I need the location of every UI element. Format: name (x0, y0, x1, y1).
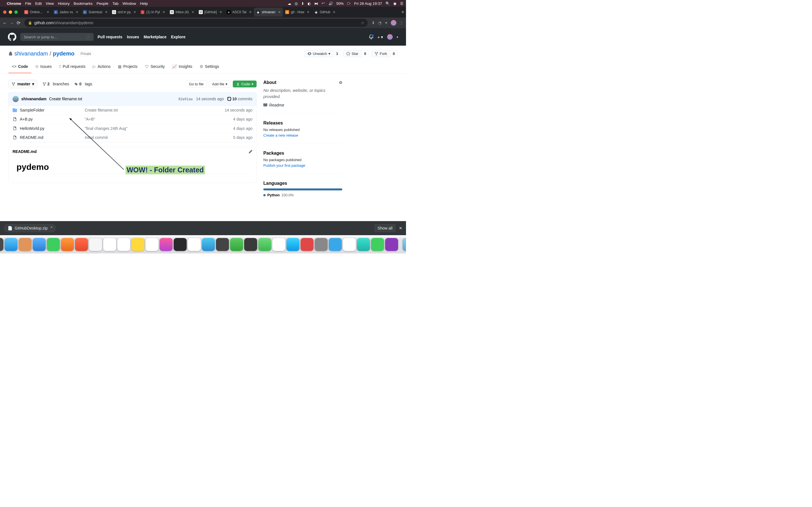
tab-close-icon[interactable]: ✕ (307, 10, 310, 14)
watch-count[interactable]: 1 (334, 50, 341, 57)
tab-close-icon[interactable]: ✕ (75, 10, 79, 14)
close-download-bar-icon[interactable]: ✕ (399, 226, 402, 231)
tab-close-icon[interactable]: ✕ (192, 10, 194, 14)
browser-tab[interactable]: ≡git - How✕ (283, 8, 312, 17)
maximize-window-button[interactable] (14, 10, 18, 14)
browser-tab[interactable]: Gord in py✕ (110, 8, 139, 17)
minimize-window-button[interactable] (9, 10, 12, 14)
dock-tv-icon[interactable] (174, 238, 187, 251)
dock-onenote-icon[interactable] (385, 238, 398, 251)
nav-marketplace[interactable]: Marketplace (144, 35, 167, 39)
github-search-input[interactable]: Search or jump to... / (20, 33, 94, 41)
file-name-link[interactable]: HelloWorld.py (20, 126, 45, 131)
dock-launchpad-icon[interactable] (0, 238, 3, 251)
file-commit-msg[interactable]: Initial commit (85, 135, 234, 140)
nav-issues[interactable]: Issues (127, 35, 139, 39)
extensions-puzzle-icon[interactable]: ✦ (385, 20, 388, 25)
dock-app-icon[interactable] (343, 238, 356, 251)
back-button[interactable]: ← (3, 20, 7, 25)
menu-view[interactable]: View (46, 1, 54, 6)
dock-safari-icon[interactable] (4, 238, 17, 251)
repo-owner-link[interactable]: shivanandam (14, 50, 48, 57)
add-file-button[interactable]: Add file ▾ (209, 80, 231, 88)
tab-close-icon[interactable]: ✕ (105, 10, 108, 14)
browser-tab[interactable]: ≡Jadoo vs✕ (52, 8, 81, 17)
dock-app-icon[interactable] (272, 238, 285, 251)
user-menu-caret-icon[interactable]: ▾ (397, 35, 398, 39)
tab-close-icon[interactable]: ✕ (219, 10, 222, 14)
dock-facetime-icon[interactable] (230, 238, 243, 251)
repo-tab-insights[interactable]: 📈Insights (168, 62, 196, 73)
language-item[interactable]: Python 100.0% (263, 193, 342, 198)
menu-help[interactable]: Help (140, 1, 148, 6)
publish-package-link[interactable]: Publish your first package (263, 163, 342, 168)
app-name[interactable]: Chrome (7, 1, 21, 6)
file-commit-msg[interactable]: Create filename.txt (85, 108, 225, 112)
dock-app-icon[interactable] (258, 238, 271, 251)
repo-tab-security[interactable]: 🛡Security (142, 62, 168, 73)
menu-edit[interactable]: Edit (35, 1, 42, 6)
repo-tab-projects[interactable]: ▦Projects (114, 62, 141, 73)
repo-tab-actions[interactable]: ▷Actions (89, 62, 114, 73)
browser-tab[interactable]: ≡Submissi✕ (81, 8, 110, 17)
branch-select-button[interactable]: master ▾ (8, 80, 37, 89)
tab-close-icon[interactable]: ✕ (278, 10, 281, 14)
code-download-button[interactable]: Code ▾ (233, 80, 257, 88)
menu-bookmarks[interactable]: Bookmarks (73, 1, 93, 6)
dock-app-icon[interactable] (89, 238, 102, 251)
dock-terminal-icon[interactable] (216, 238, 229, 251)
dock-app-icon[interactable] (61, 238, 74, 251)
extension-icon[interactable]: ◔ (378, 20, 382, 25)
branches-link[interactable]: 2 branches (42, 82, 69, 86)
dock-mail-icon[interactable] (33, 238, 46, 251)
watch-button[interactable]: Unwatch ▾ (304, 50, 334, 57)
dock-app-icon[interactable] (357, 238, 370, 251)
file-name-link[interactable]: README.md (20, 135, 43, 140)
dock-twitter-icon[interactable] (329, 238, 342, 251)
file-commit-msg[interactable]: "final changes 24th Aug" (85, 126, 234, 131)
menu-window[interactable]: Window (122, 1, 136, 6)
file-name-link[interactable]: A+B.py (20, 117, 33, 122)
dock-calendar-icon[interactable] (103, 238, 116, 251)
star-button[interactable]: Star (343, 50, 362, 57)
menu-history[interactable]: History (58, 1, 70, 6)
siri-icon[interactable]: ◉ (393, 1, 397, 6)
show-all-downloads-button[interactable]: Show all (375, 224, 396, 232)
commit-author-avatar[interactable] (13, 96, 19, 102)
readme-link[interactable]: Readme (263, 103, 342, 107)
bluetooth-icon[interactable]: ⧓ (314, 1, 318, 6)
commits-count-link[interactable]: 10 commits (227, 97, 252, 101)
edit-readme-icon[interactable] (249, 150, 253, 154)
dock-notes-icon[interactable] (132, 238, 144, 251)
browser-tab[interactable]: MInbox (4)✕ (167, 8, 196, 17)
readme-filename[interactable]: README.md (13, 150, 37, 154)
menu-file[interactable]: File (25, 1, 31, 6)
new-tab-button[interactable]: + (401, 9, 404, 15)
browser-tab[interactable]: ◉GitHub✕ (312, 8, 338, 17)
notifications-icon[interactable] (369, 35, 373, 39)
tags-link[interactable]: 0 tags (74, 82, 92, 86)
tab-close-icon[interactable]: ✕ (162, 10, 165, 14)
wifi-icon[interactable]: ⬿ (321, 1, 325, 6)
profile-avatar[interactable] (391, 20, 396, 25)
volume-icon[interactable]: 🔊 (328, 1, 333, 6)
repo-tab-issues[interactable]: ⊙Issues (32, 62, 55, 73)
browser-tab[interactable]: ※ASCII Tal✕ (224, 8, 254, 17)
control-center-icon[interactable]: ☰ (400, 1, 403, 6)
bookmark-star-icon[interactable]: ☆ (361, 20, 364, 25)
dock-chrome-icon[interactable] (146, 238, 158, 251)
close-window-button[interactable] (3, 10, 6, 14)
file-name-link[interactable]: SampleFolder (20, 108, 45, 112)
user-avatar[interactable] (387, 34, 393, 40)
spotlight-icon[interactable]: 🔍 (386, 1, 390, 6)
download-chevron-icon[interactable]: ⌃ (50, 226, 53, 231)
repo-tab-code[interactable]: <>Code (8, 62, 31, 73)
dock-app-icon[interactable] (75, 238, 88, 251)
dock-app-icon[interactable] (202, 238, 215, 251)
loading-icon[interactable]: ◐ (308, 1, 311, 6)
reload-button[interactable]: ⟳ (17, 20, 20, 25)
browser-tab[interactable]: ◉shivanan✕ (254, 8, 283, 17)
clock[interactable]: Fri 28 Aug 19:37 (354, 1, 382, 6)
dock-whatsapp-icon[interactable] (371, 238, 384, 251)
repo-name-link[interactable]: pydemo (53, 50, 75, 57)
